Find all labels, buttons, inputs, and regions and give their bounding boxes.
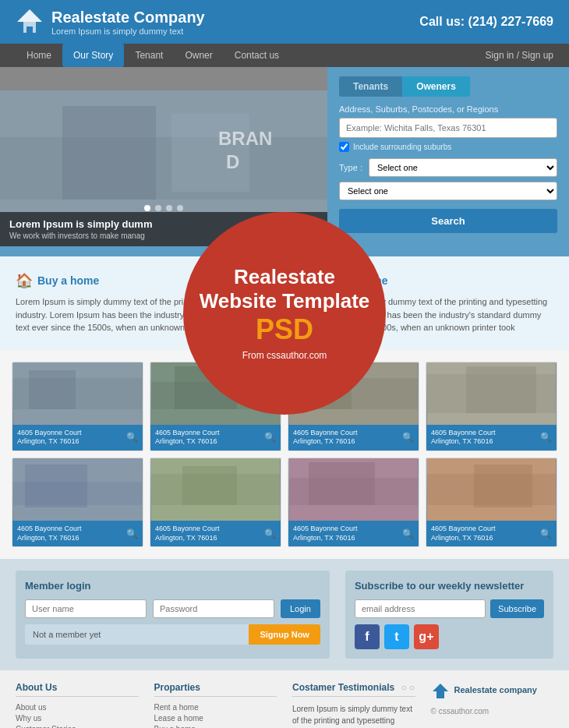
footer-copyright: © cssauthor.com (431, 707, 554, 716)
social-icons: f t g+ (355, 624, 544, 649)
search-button[interactable]: Search (339, 209, 557, 233)
property-info: 4605 Bayonne Court Arlington, TX 76016 🔍 (12, 521, 143, 546)
list-item: 4605 Bayonne Court Arlington, TX 76016 🔍 (426, 458, 557, 547)
list-item: 4605 Bayonne Court Arlington, TX 76016 🔍 (150, 458, 281, 547)
property-image (150, 458, 281, 521)
subscribe-button[interactable]: Subscribe (490, 599, 544, 618)
suburbs-checkbox[interactable] (339, 142, 349, 152)
property-search-icon[interactable]: 🔍 (540, 528, 552, 539)
footer-about-title: About Us (16, 682, 139, 697)
property-image (426, 458, 557, 521)
property-search-icon[interactable]: 🔍 (402, 528, 414, 539)
footer-properties-col: Proparties Rent a home Lease a home Buy … (154, 682, 277, 728)
sign-up-link[interactable]: Sign up (521, 50, 553, 61)
suburbs-label: Include surrounding suburbs (353, 143, 451, 151)
username-input[interactable] (25, 599, 147, 618)
logo-text: Realestate Company Lorem Ipsum is simply… (51, 9, 205, 36)
hero-dot-3[interactable] (166, 205, 172, 211)
property-image (288, 458, 419, 521)
footer-logo-icon (431, 682, 450, 701)
property-search-icon[interactable]: 🔍 (264, 432, 276, 443)
login-button[interactable]: Login (281, 599, 320, 618)
footer-rent-home[interactable]: Rent a home (154, 703, 277, 712)
property-address: 4605 Bayonne Court Arlington, TX 76016 (431, 429, 496, 447)
address-input[interactable] (339, 118, 557, 138)
property-search-icon[interactable]: 🔍 (540, 432, 552, 443)
logo-title: Realestate Company (51, 9, 205, 27)
property-image-bg (12, 458, 143, 521)
property-image (12, 458, 143, 521)
call-us: Call us: (214) 227-7669 (419, 15, 553, 29)
property-search-icon[interactable]: 🔍 (402, 432, 414, 443)
watermark-line2: Website Template (200, 289, 370, 313)
property-search-icon[interactable]: 🔍 (264, 528, 276, 539)
footer-about-col: About Us About us Why us Customer Storie… (16, 682, 139, 728)
svg-rect-32 (474, 465, 532, 507)
svg-rect-23 (25, 465, 87, 507)
footer-about-us[interactable]: About us (16, 703, 139, 712)
nav-home[interactable]: Home (16, 44, 62, 67)
footer-top: Member login Login Not a member yet Sign… (0, 559, 569, 670)
sort-select[interactable]: Select one Price Low Price High Newest (339, 182, 557, 200)
property-image (426, 362, 557, 425)
footer-customer-stories[interactable]: Customer Stories (16, 725, 139, 728)
tab-owners[interactable]: Oweners (402, 76, 470, 97)
footer-why-us[interactable]: Why us (16, 714, 139, 723)
watermark-overlay: Realestate Website Template PSD From css… (183, 212, 386, 415)
svg-rect-11 (29, 370, 76, 409)
member-login-title: Member login (25, 580, 320, 592)
signup-button[interactable]: Signup Now (249, 624, 320, 645)
property-info: 4605 Bayonne Court Arlington, TX 76016 🔍 (150, 521, 281, 546)
property-address: 4605 Bayonne Court Arlington, TX 76016 (155, 525, 220, 542)
property-address: 4605 Bayonne Court Arlington, TX 76016 (17, 429, 82, 447)
property-info: 4605 Bayonne Court Arlington, TX 76016 🔍 (426, 521, 557, 546)
property-bg-svg (426, 362, 557, 425)
property-search-icon[interactable]: 🔍 (126, 528, 138, 539)
newsletter-panel: Subscribe to our weekly newsletter Subsc… (345, 571, 553, 659)
newsletter-row: Subscribe (355, 599, 544, 618)
password-input[interactable] (153, 599, 274, 618)
not-member-label: Not a member yet (25, 624, 249, 645)
property-address: 4605 Bayonne Court Arlington, TX 76016 (293, 525, 358, 542)
type-label: Type : (339, 163, 362, 172)
logo-area: Realestate Company Lorem Ipsum is simply… (16, 8, 205, 36)
watermark-psd: PSD (256, 313, 313, 346)
property-street: 4605 Bayonne Court (155, 525, 220, 534)
search-panel: Tenants Oweners Address, Suburbs, Postco… (327, 67, 569, 254)
hero-dot-2[interactable] (155, 205, 161, 211)
email-input[interactable] (355, 599, 486, 618)
footer-buy-home[interactable]: Buy a home (154, 725, 277, 728)
property-info: 4605 Bayonne Court Arlington, TX 76016 🔍 (288, 425, 419, 451)
property-address: 4605 Bayonne Court Arlington, TX 76016 (293, 429, 358, 447)
footer-lease-home[interactable]: Lease a home (154, 714, 277, 723)
property-street: 4605 Bayonne Court (431, 525, 496, 534)
main-content-area: Realestate Website Template PSD From css… (0, 67, 569, 559)
type-select[interactable]: Select one House Apartment Commercial (369, 158, 557, 177)
sign-in-link[interactable]: Sign in (486, 50, 514, 61)
tab-tenants[interactable]: Tenants (339, 76, 402, 97)
logo-icon (16, 8, 44, 36)
google-plus-button[interactable]: g+ (414, 624, 439, 649)
footer-testimonials-title: Costamer Testimonials ○ ○ (292, 682, 415, 697)
nav-owner[interactable]: Owner (174, 44, 223, 67)
hero-dot-1[interactable] (144, 205, 150, 211)
sort-select-row: Select one Price Low Price High Newest (339, 182, 557, 200)
property-street: 4605 Bayonne Court (431, 429, 496, 438)
property-image (12, 362, 143, 425)
twitter-button[interactable]: t (384, 624, 409, 649)
property-info: 4605 Bayonne Court Arlington, TX 76016 🔍 (288, 521, 419, 546)
nav-our-story[interactable]: Our Story (62, 44, 124, 67)
nav-tenant[interactable]: Tenant (124, 44, 174, 67)
hero-dot-4[interactable] (177, 205, 183, 211)
buy-home-icon: 🏠 (16, 272, 33, 289)
facebook-button[interactable]: f (355, 624, 380, 649)
nav-contact[interactable]: Contact us (224, 44, 290, 67)
nav-links: Home Our Story Tenant Owner Contact us (16, 44, 290, 67)
login-fields: Login (25, 599, 320, 618)
nav: Home Our Story Tenant Owner Contact us S… (0, 44, 569, 67)
property-city: Arlington, TX 76016 (431, 534, 496, 543)
nav-right: Sign in / Sign up (486, 50, 553, 61)
list-item: 4605 Bayonne Court Arlington, TX 76016 🔍 (426, 362, 557, 451)
property-search-icon[interactable]: 🔍 (126, 432, 138, 443)
property-street: 4605 Bayonne Court (17, 429, 82, 438)
